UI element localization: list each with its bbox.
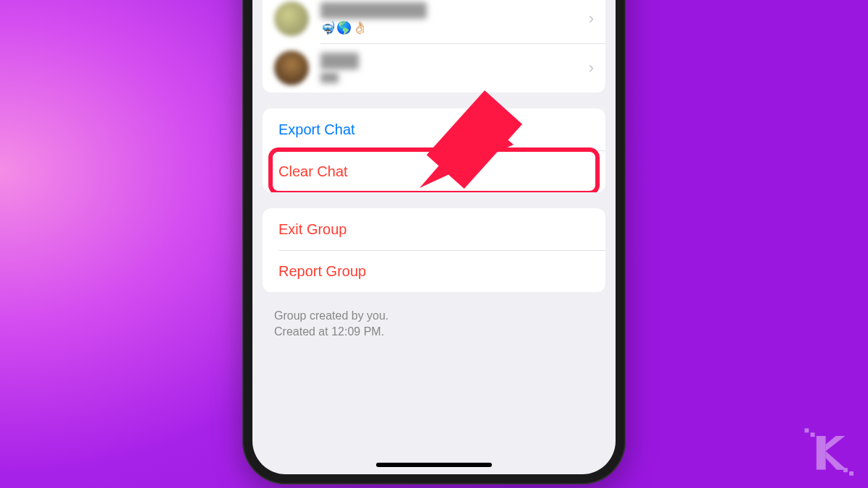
report-group-label: Report Group [278,263,366,280]
phone-screen: You Hey there! I am using WhatsApp. Admi… [252,0,616,474]
chat-actions-section: Export Chat Clear Chat [263,108,605,192]
report-group-button[interactable]: Report Group [263,250,605,292]
svg-rect-12 [817,436,826,470]
svg-marker-14 [826,451,847,470]
chevron-right-icon: › [589,9,594,28]
footer-line1: Group created by you. [274,308,594,324]
k-watermark-icon [803,426,854,476]
export-chat-label: Export Chat [278,121,355,138]
svg-marker-13 [826,436,846,451]
clear-chat-button[interactable]: Clear Chat [263,150,605,192]
exit-group-button[interactable]: Exit Group [263,208,605,250]
home-indicator [376,463,492,467]
svg-rect-9 [811,432,815,437]
export-chat-button[interactable]: Export Chat [263,108,605,150]
participant-status-emoji: 🤿🌎👌🏻 [320,20,584,35]
group-info-footer: Group created by you. Created at 12:09 P… [274,308,594,341]
participant-name-blurred: Itatary [320,53,359,69]
participant-row[interactable]: Francisco Primes 🤿🌎👌🏻 › [263,0,605,43]
svg-rect-11 [849,471,854,476]
phone-frame: You Hey there! I am using WhatsApp. Admi… [242,0,626,484]
exit-group-label: Exit Group [278,221,346,238]
participants-section: You Hey there! I am using WhatsApp. Admi… [263,0,605,93]
participant-row[interactable]: Itatary Item › [263,43,605,93]
avatar-blurred [274,1,309,36]
watermark-logo [803,426,854,479]
clear-chat-label: Clear Chat [278,163,348,180]
avatar-blurred [274,51,309,85]
chevron-right-icon: › [589,59,594,77]
svg-rect-8 [804,429,809,433]
footer-line2: Created at 12:09 PM. [274,324,594,340]
participant-sub-blurred: Item [320,72,339,83]
group-actions-section: Exit Group Report Group [263,208,605,292]
participant-name-blurred: Francisco Primes [320,2,427,19]
